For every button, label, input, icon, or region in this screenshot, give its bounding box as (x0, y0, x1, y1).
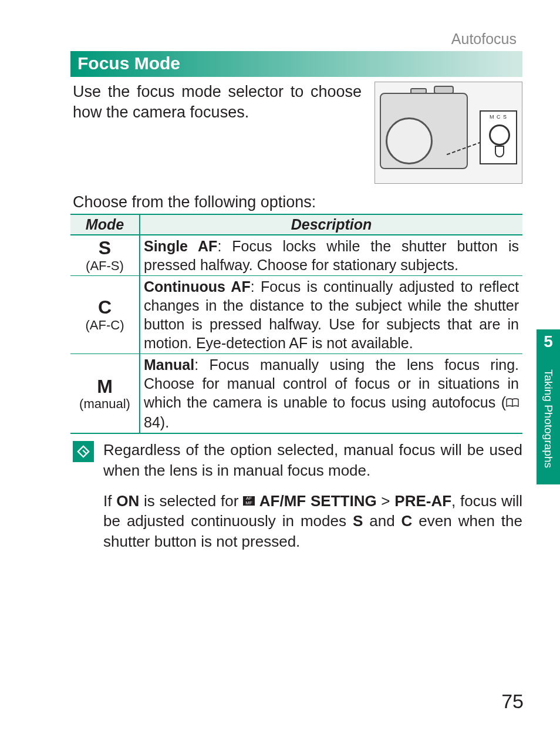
mode-description: Continuous AF: Focus is continually adju… (140, 276, 522, 354)
note-1: Regardless of the option selected, manua… (103, 440, 522, 480)
intro-text: Use the focus mode selector to choose ho… (70, 82, 362, 184)
selector-label: M C S (481, 114, 516, 120)
modes-table: Mode Description S (AF-S) Single AF: Foc… (70, 214, 522, 434)
section-heading: Focus Mode (70, 51, 522, 77)
table-row: C (AF-C) Continuous AF: Focus is continu… (70, 276, 522, 354)
mode-description: Manual: Focus manually using the lens fo… (140, 354, 522, 434)
th-description: Description (140, 214, 522, 235)
camera-illustration: M C S (375, 82, 522, 184)
table-row: M (manual) Manual: Focus manually using … (70, 354, 522, 434)
mode-sub: (AF-C) (74, 318, 136, 332)
chapter-tab: 5 Taking Photographs (537, 329, 560, 484)
mode-sub: (AF-S) (74, 259, 136, 273)
afmf-icon: AFMF (243, 496, 255, 506)
mode-sub: (manual) (74, 397, 136, 411)
mode-letter: M (74, 376, 136, 397)
page-number: 75 (501, 690, 524, 713)
note-icon (73, 441, 94, 462)
mode-description: Single AF: Focus locks while the shutter… (140, 235, 522, 276)
mode-letter: S (74, 238, 136, 258)
book-icon (506, 393, 519, 412)
note-2: If ON is selected for AFMF AF/MF SETTING… (103, 491, 522, 551)
chapter-label: Taking Photographs (537, 354, 560, 484)
th-mode: Mode (70, 214, 140, 235)
subheading: Choose from the following options: (73, 193, 522, 211)
breadcrumb: Autofocus (70, 31, 522, 48)
chapter-number: 5 (537, 329, 560, 354)
table-row: S (AF-S) Single AF: Focus locks while th… (70, 235, 522, 276)
mode-letter: C (74, 297, 136, 318)
